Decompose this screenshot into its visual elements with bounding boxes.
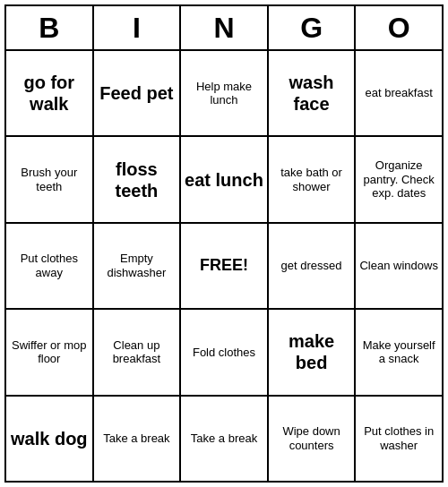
bingo-cell: wash face — [269, 51, 357, 135]
bingo-cell: Clean up breakfast — [94, 310, 182, 394]
bingo-card: BINGO go for walkFeed petHelp make lunch… — [4, 4, 444, 483]
bingo-cell: Empty dishwasher — [94, 224, 182, 308]
header-letter: G — [269, 6, 357, 49]
bingo-cell: Take a break — [94, 397, 182, 481]
bingo-cell: Put clothes in washer — [356, 397, 442, 481]
header-letter: N — [181, 6, 269, 49]
bingo-cell: make bed — [269, 310, 357, 394]
bingo-cell: Put clothes away — [6, 224, 94, 308]
bingo-cell: take bath or shower — [269, 137, 357, 221]
bingo-cell: Swiffer or mop floor — [6, 310, 94, 394]
bingo-row: go for walkFeed petHelp make lunchwash f… — [6, 51, 442, 137]
bingo-cell: Take a break — [181, 397, 269, 481]
bingo-row: Brush your teethfloss teetheat lunchtake… — [6, 137, 442, 223]
bingo-cell: get dressed — [269, 224, 357, 308]
bingo-header: BINGO — [6, 6, 442, 51]
bingo-cell: eat breakfast — [356, 51, 442, 135]
header-letter: I — [94, 6, 182, 49]
bingo-grid: go for walkFeed petHelp make lunchwash f… — [6, 51, 442, 481]
bingo-cell: Brush your teeth — [6, 137, 94, 221]
bingo-cell: Clean windows — [356, 224, 442, 308]
bingo-row: Swiffer or mop floorClean up breakfastFo… — [6, 310, 442, 396]
bingo-cell: FREE! — [181, 224, 269, 308]
bingo-cell: Feed pet — [94, 51, 182, 135]
bingo-cell: Make yourself a snack — [356, 310, 442, 394]
header-letter: B — [6, 6, 94, 49]
bingo-row: walk dogTake a breakTake a breakWipe dow… — [6, 397, 442, 481]
header-letter: O — [356, 6, 442, 49]
bingo-cell: eat lunch — [181, 137, 269, 221]
bingo-cell: go for walk — [6, 51, 94, 135]
bingo-cell: walk dog — [6, 397, 94, 481]
bingo-cell: floss teeth — [94, 137, 182, 221]
bingo-cell: Organize pantry. Check exp. dates — [356, 137, 442, 221]
bingo-cell: Wipe down counters — [269, 397, 357, 481]
bingo-cell: Fold clothes — [181, 310, 269, 394]
bingo-row: Put clothes awayEmpty dishwasherFREE!get… — [6, 224, 442, 310]
bingo-cell: Help make lunch — [181, 51, 269, 135]
